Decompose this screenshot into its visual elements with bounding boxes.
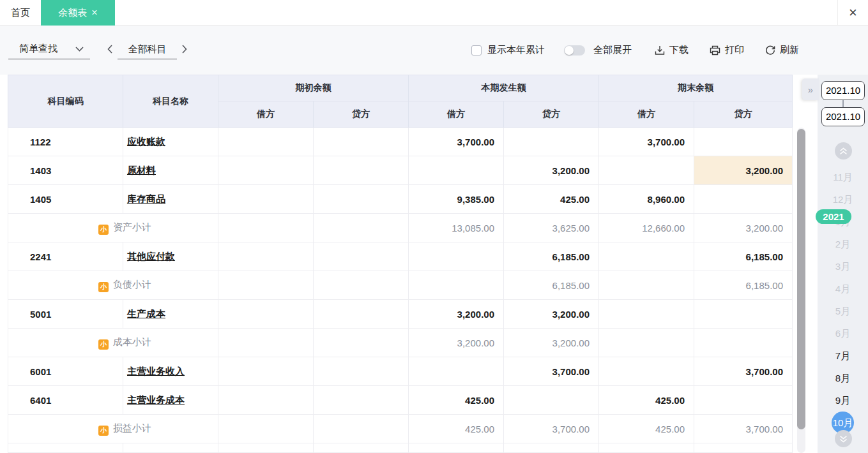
closing-credit-cell: [694, 185, 793, 214]
chevron-left-icon: [107, 45, 112, 54]
window-close-button[interactable]: ×: [837, 0, 868, 25]
search-mode-select[interactable]: 简单查找: [8, 39, 90, 59]
show-ytd-label: 显示本年累计: [487, 44, 545, 56]
subtotal-row: 小损益小计 425.00 3,700.00 425.00 3,700.00: [8, 415, 793, 443]
header-opening-balance: 期初余额: [218, 75, 409, 101]
show-ytd-checkbox[interactable]: [471, 45, 482, 56]
closing-debit-cell: 3,700.00: [599, 128, 694, 156]
table-row: 1122 应收账款 3,700.00 3,700.00: [8, 128, 793, 156]
current-debit-cell: 425.00: [409, 415, 504, 443]
month-item-mar: 3月: [818, 255, 868, 278]
account-name-link[interactable]: 主营业务成本: [127, 394, 185, 405]
opening-debit-cell: [218, 214, 314, 242]
closing-credit-cell: 3,700.00: [694, 415, 793, 443]
refresh-button[interactable]: 刷新: [765, 44, 799, 56]
header-credit: 贷方: [694, 101, 793, 128]
header-closing-balance: 期末余额: [599, 75, 793, 101]
closing-debit-cell: [599, 300, 694, 329]
opening-credit-cell: [314, 329, 409, 357]
subtotal-row: 小成本小计 3,200.00 3,200.00: [8, 329, 793, 357]
next-subject-button[interactable]: [177, 39, 192, 59]
tab-close-icon[interactable]: ×: [91, 8, 97, 18]
closing-debit-cell: [599, 271, 694, 300]
vertical-scrollbar-thumb[interactable]: [797, 129, 805, 429]
subtotal-row: 小负债小计 6,185.00 6,185.00: [8, 271, 793, 300]
panel-expander-button[interactable]: »: [802, 78, 819, 100]
closing-credit-cell: 3,200.00: [694, 214, 793, 242]
close-icon: ×: [849, 4, 857, 21]
month-item-aug[interactable]: 8月: [818, 367, 868, 389]
subtotal-label: 成本小计: [113, 336, 151, 347]
current-debit-cell: 3,700.00: [409, 128, 504, 156]
subject-navigator: 全部科目: [102, 39, 192, 59]
opening-credit-cell: [314, 156, 409, 185]
closing-debit-cell: [599, 357, 694, 386]
show-ytd-checkbox-group[interactable]: 显示本年累计: [471, 44, 545, 56]
tab-home[interactable]: 首页: [0, 0, 41, 25]
account-name-link[interactable]: 生产成本: [127, 308, 165, 319]
print-button[interactable]: 打印: [710, 44, 744, 56]
expand-all-toggle-group: 全部展开: [564, 44, 632, 56]
period-to-input[interactable]: 2021.10: [821, 107, 865, 126]
opening-credit-cell: [314, 357, 409, 386]
download-button[interactable]: 下载: [655, 44, 689, 56]
opening-debit-cell: [218, 357, 314, 386]
header-name: 科目名称: [123, 75, 218, 128]
prev-subject-button[interactable]: [102, 39, 118, 59]
opening-credit-cell: [314, 300, 409, 329]
opening-credit-cell: [314, 185, 409, 214]
account-name-link[interactable]: 应收账款: [127, 136, 165, 147]
current-credit-cell: [504, 128, 599, 156]
table-row: 5001 生产成本 3,200.00 3,200.00: [8, 300, 793, 329]
header-credit: 贷方: [314, 101, 409, 128]
tab-bar: 首页 余额表 × ×: [0, 0, 868, 26]
closing-credit-cell: 6,185.00: [694, 242, 793, 271]
account-name-link[interactable]: 库存商品: [127, 193, 165, 204]
tab-balance-sheet[interactable]: 余额表 ×: [41, 0, 115, 26]
current-credit-cell: 3,200.00: [504, 329, 599, 357]
subtotal-icon: 小: [98, 282, 109, 292]
refresh-icon: [765, 45, 775, 56]
account-code: 2241: [8, 242, 123, 271]
months-scroll-up-button[interactable]: [835, 142, 852, 160]
closing-credit-cell: [694, 329, 793, 357]
account-name-link[interactable]: 主营业务收入: [127, 366, 185, 376]
opening-credit-cell: [314, 271, 409, 300]
closing-debit-cell: [599, 156, 694, 185]
opening-credit-cell: [314, 386, 409, 415]
current-debit-cell: [409, 242, 504, 271]
month-item-sep[interactable]: 9月: [818, 389, 868, 412]
opening-debit-cell: [218, 185, 314, 214]
subject-filter-button[interactable]: 全部科目: [118, 39, 177, 59]
month-item-jun: 6月: [818, 322, 868, 345]
opening-debit-cell: [218, 271, 314, 300]
month-item-may: 5月: [818, 300, 868, 322]
current-debit-cell: 425.00: [409, 386, 504, 415]
current-credit-cell: [504, 386, 599, 415]
account-name-link[interactable]: 其他应付款: [127, 251, 175, 262]
account-code: 1122: [8, 128, 123, 156]
current-credit-cell: 3,200.00: [504, 300, 599, 329]
opening-credit-cell: [314, 128, 409, 156]
current-credit-cell: 6,185.00: [504, 271, 599, 300]
account-name-link[interactable]: 原材料: [127, 165, 156, 175]
account-code: 1403: [8, 156, 123, 185]
month-item-nov: 11月: [818, 166, 868, 188]
closing-credit-cell-highlighted[interactable]: 3,200.00: [694, 156, 793, 185]
current-debit-cell: 3,200.00: [409, 300, 504, 329]
header-code: 科目编码: [8, 75, 123, 128]
table-row: 2241 其他应付款 6,185.00 6,185.00: [8, 242, 793, 271]
header-debit: 借方: [218, 101, 314, 128]
expand-all-toggle[interactable]: [564, 45, 585, 56]
toggle-knob: [565, 46, 574, 55]
month-item-jul[interactable]: 7月: [818, 345, 868, 367]
table-row: 6401 主营业务成本 425.00 425.00: [8, 386, 793, 415]
period-from-input[interactable]: 2021.10: [821, 81, 865, 100]
opening-debit-cell: [218, 156, 314, 185]
current-debit-cell: [409, 156, 504, 185]
months-scroll-down-button[interactable]: [835, 430, 852, 447]
table-row: 1405 库存商品 9,385.00 425.00 8,960.00: [8, 185, 793, 214]
current-debit-cell: 13,085.00: [409, 214, 504, 242]
current-credit-cell: 6,185.00: [504, 242, 599, 271]
toolbar: 简单查找 全部科目 显示本年累计 全部展开 下载 打印 刷新: [0, 26, 868, 75]
